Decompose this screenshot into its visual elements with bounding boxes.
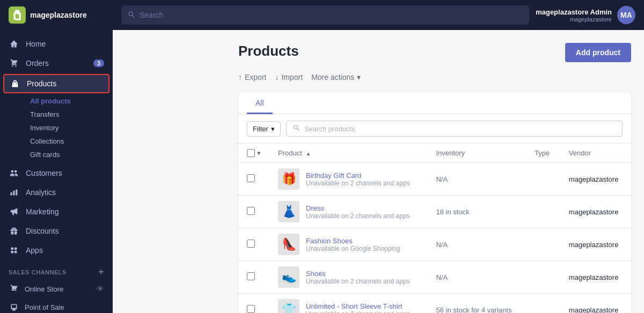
row-vendor-cell: mageplazastore — [560, 163, 631, 196]
filter-row: Filter ▾ — [238, 114, 631, 144]
export-button[interactable]: ↑ Export — [238, 71, 266, 84]
row-checkbox-cell — [238, 196, 269, 228]
row-vendor-cell: mageplazastore — [560, 261, 631, 294]
orders-icon — [9, 58, 19, 69]
search-products-icon — [293, 124, 300, 133]
online-store-eye-icon[interactable]: 👁 — [97, 285, 104, 293]
row-checkbox-cell — [238, 163, 269, 196]
sidebar-sub-all-products[interactable]: All products — [26, 94, 113, 108]
row-checkbox[interactable] — [247, 207, 255, 215]
pos-icon — [9, 302, 19, 312]
sidebar-item-orders[interactable]: Orders 3 — [0, 54, 113, 73]
import-icon: ↓ — [275, 73, 279, 81]
sidebar-item-apps[interactable]: Apps — [0, 241, 113, 260]
table-row: 👕 Unlimited - Short Sleeve T-shirt Unava… — [238, 294, 631, 314]
apps-icon — [9, 245, 19, 256]
row-checkbox-cell — [238, 294, 269, 314]
row-inventory-cell: N/A — [427, 163, 526, 196]
product-name-link[interactable]: Birthday Gift Card — [306, 172, 361, 180]
product-info: Unlimited - Short Sleeve T-shirt Unavail… — [306, 302, 409, 314]
sidebar-sub-inventory[interactable]: Inventory — [26, 121, 113, 135]
row-checkbox[interactable] — [247, 272, 255, 280]
topbar: mageplazastore Admin mageplazastore MA — [113, 0, 644, 30]
import-label: Import — [281, 73, 303, 81]
product-cell: 👟 Shoes Unavailable on 2 channels and ap… — [278, 266, 419, 288]
product-subtitle: Unavailable on 2 channels and apps — [306, 278, 409, 285]
search-input[interactable] — [140, 11, 523, 19]
user-text: mageplazastore Admin mageplazastore — [536, 8, 612, 23]
sidebar-item-analytics[interactable]: Analytics — [0, 183, 113, 202]
sidebar-item-customers[interactable]: Customers — [0, 163, 113, 183]
tab-all[interactable]: All — [247, 92, 273, 114]
row-checkbox[interactable] — [247, 174, 255, 182]
product-name-link[interactable]: Unlimited - Short Sleeve T-shirt — [306, 302, 402, 310]
search-products-input[interactable] — [304, 125, 616, 133]
sidebar-sub-collections[interactable]: Collections — [26, 135, 113, 148]
sidebar-sub-gift-cards[interactable]: Gift cards — [26, 148, 113, 161]
customers-icon — [9, 168, 19, 178]
sidebar-logo[interactable]: mageplazastore — [0, 0, 113, 30]
row-product-cell: 👗 Dress Unavailable on 2 channels and ap… — [269, 196, 427, 228]
sidebar-channel-online-store[interactable]: Online Store 👁 — [0, 280, 113, 298]
product-name-link[interactable]: Dress — [306, 204, 324, 212]
row-inventory-cell: N/A — [427, 228, 526, 261]
chevron-down-icon: ▾ — [357, 73, 361, 81]
table-row: 🎁 Birthday Gift Card Unavailable on 2 ch… — [238, 163, 631, 196]
main-content: Products Add product ↑ Export ↓ Import M… — [225, 30, 644, 313]
row-type-cell — [526, 294, 560, 314]
tabs-row: All — [238, 92, 631, 114]
filter-chevron-icon: ▾ — [271, 125, 275, 133]
sidebar-sub-transfers[interactable]: Transfers — [26, 108, 113, 121]
product-info: Birthday Gift Card Unavailable on 2 chan… — [306, 172, 409, 187]
export-label: Export — [245, 73, 266, 81]
sidebar-channel-pos[interactable]: Point of Sale — [0, 298, 113, 313]
add-product-button[interactable]: Add product — [565, 43, 631, 62]
row-checkbox[interactable] — [247, 305, 255, 313]
row-product-cell: 👠 Fashion Shoes Unavailable on Google Sh… — [269, 228, 427, 261]
sidebar-item-label-orders: Orders — [26, 59, 49, 68]
home-icon — [9, 39, 19, 49]
select-all-checkbox[interactable] — [247, 149, 255, 157]
sidebar: mageplazastore Home Orders 3 Products — [0, 0, 113, 313]
sidebar-item-label-apps: Apps — [26, 246, 43, 255]
th-inventory: Inventory — [427, 144, 526, 163]
th-checkbox-chevron[interactable]: ▾ — [257, 149, 261, 157]
sidebar-item-discounts[interactable]: Discounts — [0, 221, 113, 241]
shopify-logo-icon — [9, 6, 26, 24]
discounts-icon — [9, 226, 19, 236]
sidebar-item-label-marketing: Marketing — [26, 207, 58, 216]
row-product-cell: 👟 Shoes Unavailable on 2 channels and ap… — [269, 261, 427, 294]
product-thumbnail: 👟 — [278, 266, 299, 288]
channel-label-online-store: Online Store — [25, 285, 91, 293]
more-actions-button[interactable]: More actions ▾ — [311, 71, 361, 84]
filter-button[interactable]: Filter ▾ — [247, 121, 281, 137]
products-icon — [10, 78, 20, 89]
product-subtitle: Unavailable on 2 channels and apps — [306, 212, 409, 220]
import-button[interactable]: ↓ Import — [275, 71, 303, 84]
avatar[interactable]: MA — [617, 6, 635, 24]
analytics-icon — [9, 187, 19, 198]
sidebar-item-marketing[interactable]: Marketing — [0, 202, 113, 221]
product-cell: 🎁 Birthday Gift Card Unavailable on 2 ch… — [278, 168, 419, 190]
row-vendor-cell: mageplazastore — [560, 294, 631, 314]
sidebar-item-label-analytics: Analytics — [26, 188, 56, 197]
products-card: All Filter ▾ ▾ — [238, 92, 631, 313]
sidebar-item-products[interactable]: Products — [3, 74, 109, 93]
sidebar-nav: Home Orders 3 Products All products Tran… — [0, 30, 113, 313]
add-channel-icon[interactable]: + — [98, 266, 104, 278]
sidebar-item-home[interactable]: Home — [0, 34, 113, 54]
product-name-link[interactable]: Fashion Shoes — [306, 237, 353, 245]
user-store: mageplazastore — [536, 16, 612, 23]
product-name-link[interactable]: Shoes — [306, 270, 326, 278]
row-checkbox[interactable] — [247, 240, 255, 248]
user-info[interactable]: mageplazastore Admin mageplazastore MA — [536, 6, 635, 24]
filter-label: Filter — [253, 125, 268, 133]
row-vendor-cell: mageplazastore — [560, 196, 631, 228]
row-product-cell: 🎁 Birthday Gift Card Unavailable on 2 ch… — [269, 163, 427, 196]
page-header: Products Add product — [238, 43, 631, 62]
row-type-cell — [526, 163, 560, 196]
online-store-icon — [9, 284, 19, 294]
sort-icon: ▲ — [305, 151, 311, 156]
search-bar[interactable] — [121, 5, 529, 25]
sidebar-item-label-products: Products — [27, 79, 56, 88]
